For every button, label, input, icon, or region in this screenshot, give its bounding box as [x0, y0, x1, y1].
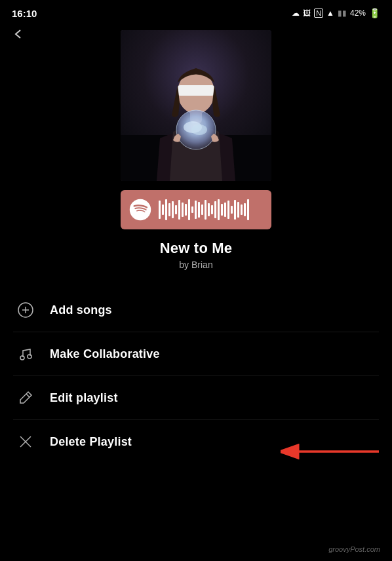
spotify-code-bar — [121, 190, 271, 229]
playlist-info: New to Me by Brian — [0, 240, 392, 270]
status-icons: ☁ 🖼 N ▲ ▮▮ 42% 🔋 — [292, 8, 380, 18]
signal-icon: ▮▮ — [338, 9, 347, 18]
back-button[interactable] — [12, 28, 25, 44]
svg-point-9 — [191, 125, 207, 135]
playlist-author: by Brian — [0, 260, 392, 270]
album-art — [121, 30, 271, 181]
svg-point-14 — [20, 356, 24, 360]
nfc-icon: N — [314, 9, 323, 18]
plus-circle-icon — [16, 300, 35, 320]
edit-playlist-label: Edit playlist — [50, 391, 118, 405]
delete-playlist-label: Delete Playlist — [50, 435, 132, 449]
svg-point-15 — [28, 355, 31, 358]
menu-item-edit-playlist[interactable]: Edit playlist — [13, 376, 379, 420]
playlist-title: New to Me — [0, 240, 392, 257]
add-songs-label: Add songs — [50, 303, 112, 317]
wifi-icon: ▲ — [326, 9, 334, 18]
battery-text: 42% — [350, 9, 366, 18]
music-note-icon — [16, 344, 35, 364]
menu-item-make-collaborative[interactable]: Make Collaborative — [13, 332, 379, 376]
battery-icon: 🔋 — [369, 8, 380, 18]
svg-point-10 — [130, 199, 151, 220]
barcode-lines — [159, 198, 264, 222]
svg-line-16 — [26, 394, 29, 397]
menu-item-add-songs[interactable]: Add songs — [13, 288, 379, 332]
arrow-annotation — [281, 437, 385, 466]
album-art-container — [0, 24, 392, 181]
status-bar: 16:10 ☁ 🖼 N ▲ ▮▮ 42% 🔋 — [0, 0, 392, 24]
make-collaborative-label: Make Collaborative — [50, 347, 160, 361]
svg-rect-5 — [178, 85, 214, 96]
cloud-icon: ☁ — [292, 9, 300, 18]
status-time: 16:10 — [12, 8, 37, 19]
pencil-icon — [16, 388, 35, 408]
watermark: groovyPost.com — [328, 545, 380, 553]
image-icon: 🖼 — [303, 9, 311, 18]
spotify-logo-icon — [128, 198, 152, 222]
x-mark-icon — [16, 432, 35, 452]
